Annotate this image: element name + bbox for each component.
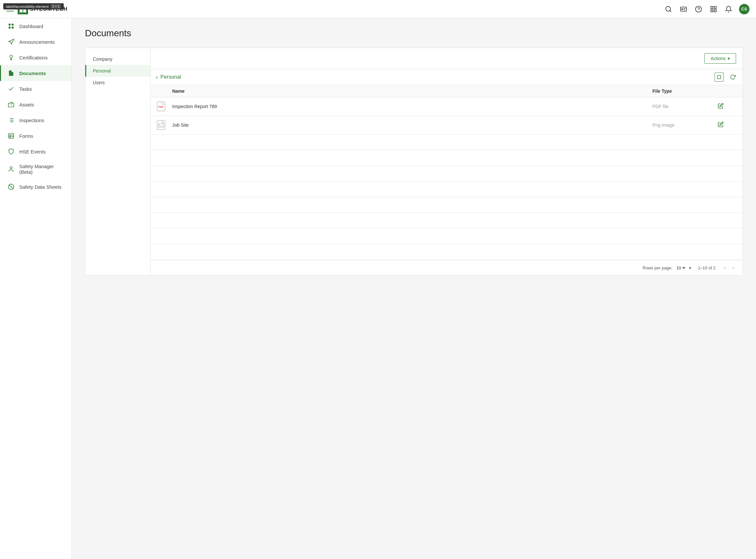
sidebar-item-assets[interactable]: Assets bbox=[0, 97, 71, 112]
page-info: 1–10 of 2 bbox=[698, 266, 715, 270]
svg-rect-19 bbox=[12, 27, 14, 29]
sidebar-label-documents: Documents bbox=[19, 70, 46, 76]
pdf-file-icon: PDF bbox=[156, 101, 166, 112]
svg-text:PDF: PDF bbox=[158, 106, 164, 108]
svg-point-20 bbox=[10, 55, 13, 58]
forms-icon bbox=[7, 132, 15, 139]
folder-name: Personal bbox=[160, 74, 181, 80]
sidebar-item-dashboard[interactable]: Dashboard bbox=[0, 18, 71, 34]
dashboard-icon bbox=[7, 23, 15, 30]
certifications-icon bbox=[7, 54, 15, 61]
table-row bbox=[151, 135, 742, 150]
edit-icon-2[interactable] bbox=[718, 121, 737, 129]
sidebar-label-tasks: Tasks bbox=[19, 86, 32, 92]
folder-nav[interactable]: ‹ Personal bbox=[156, 74, 714, 81]
left-panel-users[interactable]: Users bbox=[85, 77, 150, 89]
page-title: Documents bbox=[85, 28, 743, 39]
left-panel-personal[interactable]: Personal bbox=[85, 65, 150, 77]
table-row bbox=[151, 150, 742, 166]
file-name-2: Job Site bbox=[172, 122, 652, 128]
rows-per-page-select[interactable]: 10 25 50 bbox=[675, 265, 686, 271]
table-row bbox=[151, 244, 742, 260]
svg-rect-13 bbox=[714, 6, 716, 8]
sidebar-label-safety-data-sheets: Safety Data Sheets bbox=[19, 184, 61, 190]
sidebar-label-safety-manager: Safety Manager (Beta) bbox=[19, 163, 65, 175]
top-navigation: SITEOMTECH CS bbox=[0, 0, 756, 18]
table-row bbox=[151, 166, 742, 182]
sidebar-label-assets: Assets bbox=[19, 102, 34, 107]
safety-manager-icon bbox=[7, 165, 15, 173]
svg-line-5 bbox=[670, 10, 671, 12]
svg-point-4 bbox=[666, 6, 671, 11]
file-type-2: Png image bbox=[652, 122, 718, 128]
svg-rect-2 bbox=[20, 9, 23, 13]
image-file-icon bbox=[156, 120, 166, 130]
search-icon[interactable] bbox=[664, 5, 673, 14]
safety-data-sheets-icon bbox=[7, 183, 15, 191]
edit-icon-1[interactable] bbox=[718, 103, 737, 110]
svg-rect-17 bbox=[12, 24, 14, 26]
sidebar-label-inspections: Inspections bbox=[19, 117, 44, 123]
main-content: Documents Company Personal Users Actions… bbox=[72, 18, 756, 559]
svg-rect-35 bbox=[717, 75, 721, 79]
rows-per-page-label: Rows per page: bbox=[643, 266, 672, 270]
left-panel-company[interactable]: Company bbox=[85, 53, 150, 65]
sidebar-item-inspections[interactable]: Inspections bbox=[0, 112, 71, 128]
sidebar-item-hse-events[interactable]: HSE Events bbox=[0, 144, 71, 159]
column-headers: Name File Type bbox=[151, 85, 742, 97]
col-header-file-type: File Type bbox=[652, 89, 718, 94]
select-all-icon[interactable] bbox=[714, 72, 723, 82]
col-header-name: Name bbox=[172, 89, 652, 94]
table-row bbox=[151, 228, 742, 244]
page-navigation: ‹ › bbox=[722, 264, 736, 271]
sidebar-label-dashboard: Dashboard bbox=[19, 23, 43, 29]
documents-icon bbox=[7, 70, 15, 77]
tasks-icon bbox=[7, 85, 15, 92]
svg-rect-3 bbox=[23, 9, 26, 13]
sidebar-item-certifications[interactable]: Certifications bbox=[0, 50, 71, 65]
table-row: Job Site Png image bbox=[151, 116, 742, 135]
sidebar-item-safety-manager[interactable]: Safety Manager (Beta) bbox=[0, 159, 71, 179]
svg-point-40 bbox=[159, 125, 160, 126]
right-panel: Actions ▾ ‹ Personal bbox=[151, 48, 742, 275]
prev-page-button[interactable]: ‹ bbox=[722, 264, 728, 271]
chevron-down-icon: ▾ bbox=[728, 56, 730, 61]
grid-icon[interactable] bbox=[709, 5, 718, 14]
accessibility-tooltip: label#accessibility-element 1 × 1 bbox=[3, 3, 64, 9]
table-row bbox=[151, 197, 742, 213]
left-panel: Company Personal Users bbox=[85, 48, 151, 275]
sidebar: Dashboard Announcements Certifications D… bbox=[0, 18, 72, 559]
a11y-label: label#accessibility-element bbox=[6, 5, 49, 8]
sidebar-item-forms[interactable]: Forms bbox=[0, 128, 71, 144]
sidebar-item-announcements[interactable]: Announcements bbox=[0, 34, 71, 50]
table-row bbox=[151, 213, 742, 228]
svg-rect-6 bbox=[681, 7, 686, 11]
next-page-button[interactable]: › bbox=[731, 264, 736, 271]
table-row: PDF Inspection Report 789 PDF file bbox=[151, 97, 742, 116]
refresh-icon[interactable] bbox=[728, 72, 737, 82]
table-header-row: ‹ Personal bbox=[151, 69, 742, 85]
help-icon[interactable] bbox=[694, 5, 703, 14]
svg-point-7 bbox=[682, 8, 683, 10]
table-header-icons bbox=[714, 72, 737, 82]
bell-icon[interactable] bbox=[724, 5, 733, 14]
rows-per-page: Rows per page: 10 25 50 ▾ bbox=[643, 265, 691, 271]
user-avatar[interactable]: CS bbox=[739, 4, 750, 14]
sidebar-item-safety-data-sheets[interactable]: Safety Data Sheets bbox=[0, 179, 71, 195]
svg-point-33 bbox=[10, 167, 13, 169]
a11y-badge: 1 × 1 bbox=[51, 4, 61, 8]
topnav-right: CS bbox=[664, 4, 750, 14]
id-card-icon[interactable] bbox=[679, 5, 688, 14]
file-name-1: Inspection Report 789 bbox=[172, 104, 652, 109]
announcements-icon bbox=[7, 38, 15, 45]
actions-button[interactable]: Actions ▾ bbox=[705, 53, 736, 64]
svg-rect-12 bbox=[711, 6, 713, 8]
sidebar-item-tasks[interactable]: Tasks bbox=[0, 81, 71, 97]
svg-rect-14 bbox=[711, 9, 713, 12]
sidebar-item-documents[interactable]: Documents bbox=[0, 65, 71, 81]
sidebar-label-announcements: Announcements bbox=[19, 39, 55, 45]
table-row bbox=[151, 182, 742, 197]
back-arrow-icon: ‹ bbox=[156, 74, 158, 81]
file-type-1: PDF file bbox=[652, 104, 718, 109]
actions-label: Actions bbox=[711, 56, 726, 61]
